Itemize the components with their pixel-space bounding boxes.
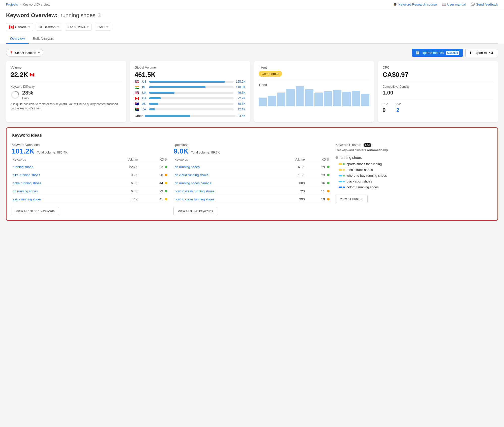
tab-bulk-analysis[interactable]: Bulk Analysis: [29, 34, 57, 44]
info-icon[interactable]: ⓘ: [98, 13, 101, 18]
col-volume: Volume: [103, 156, 139, 163]
keyword-link[interactable]: how to wash running shoes: [174, 189, 214, 193]
country-code[interactable]: US: [142, 80, 147, 83]
keyword-link[interactable]: asics running shoes: [13, 197, 42, 201]
trend-bars: [259, 89, 370, 106]
country-code[interactable]: ZA: [142, 108, 147, 111]
trend-bar: [259, 98, 267, 106]
global-row: 🇨🇦 CA 22.2K: [135, 96, 246, 100]
kd-dot-icon: [165, 190, 167, 192]
volume-bar: [149, 108, 233, 110]
variations-table: Keywords Volume KD % running shoes 22.2K…: [12, 156, 168, 203]
chevron-down-icon: ▼: [38, 51, 40, 54]
volume-label: Volume: [11, 66, 122, 69]
update-metrics-button[interactable]: 🔄 Update metrics 52/5,000: [412, 49, 463, 57]
table-row: running shoes 22.2K 23: [12, 163, 168, 171]
keyword-link[interactable]: how to clean running shoes: [174, 197, 214, 201]
chevron-down-icon: ▼: [86, 26, 89, 28]
course-link[interactable]: 🎓 Keyword Research course: [393, 3, 437, 6]
clusters-column: Keyword Clusters new Get keyword cluster…: [336, 143, 492, 215]
trend-bar: [296, 86, 304, 106]
tab-overview[interactable]: Overview: [6, 34, 29, 44]
export-pdf-button[interactable]: ⬆ Export to PDF: [465, 49, 498, 57]
table-row: how to clean running shoes 390 59: [173, 195, 330, 203]
questions-column: Questions 9.0K Total volume: 89.7K Keywo…: [173, 143, 330, 215]
other-count: 84.6K: [238, 114, 245, 118]
keyword-link[interactable]: hoka running shoes: [13, 181, 41, 185]
table-row: on running shoes 6.6K 29: [173, 163, 330, 171]
keyword-link[interactable]: on cloud running shoes: [174, 173, 208, 177]
keyword-link[interactable]: on running shoes: [13, 189, 38, 193]
trend-bar: [352, 91, 360, 106]
top-links: 🎓 Keyword Research course 📖 User manual …: [393, 3, 498, 6]
ads-label: Ads: [396, 102, 402, 106]
questions-count: 9.0K: [173, 147, 188, 155]
cluster-items: sports shoes for running men's track sho…: [336, 162, 492, 189]
country-code[interactable]: CA: [142, 97, 147, 100]
country-code[interactable]: AU: [142, 102, 147, 106]
kd-dot-icon: [327, 182, 330, 184]
list-item: men's track shoes: [339, 168, 492, 172]
kd-dot-icon: [327, 174, 330, 176]
keyword-ideas-section: Keyword ideas Keyword Variations 101.2K …: [6, 127, 498, 221]
country-flag-icon: 🇺🇸: [135, 80, 140, 84]
device-filter[interactable]: 🖥 Desktop ▼: [36, 24, 62, 30]
trend-bar: [361, 94, 369, 106]
breadcrumb-projects[interactable]: Projects: [6, 3, 18, 6]
keyword-link[interactable]: nike running shoes: [13, 173, 40, 177]
kd-cell: 29: [306, 163, 331, 171]
volume-bar-fill: [149, 108, 155, 110]
keyword-link[interactable]: on running shoes canada: [174, 181, 211, 185]
country-code[interactable]: UK: [142, 91, 147, 95]
view-all-questions-button[interactable]: View all 9,020 keywords: [173, 207, 217, 215]
list-item: colorful running shoes: [339, 185, 492, 189]
country-code[interactable]: IN: [142, 85, 147, 89]
variations-column: Keyword Variations 101.2K Total volume: …: [12, 143, 168, 215]
kd-label: Keyword Difficulty: [11, 85, 122, 88]
volume-count: 12.1K: [235, 108, 246, 111]
cluster-item-label: men's track shoes: [347, 168, 373, 172]
cluster-bar-2: [343, 163, 345, 165]
kd-dot-icon: [327, 198, 330, 200]
table-row: how to wash running shoes 720 51: [173, 187, 330, 195]
kd-dot-icon: [165, 182, 167, 184]
date-filter[interactable]: Feb 9, 2024 ▼: [65, 24, 92, 30]
list-item: black sport shoes: [339, 179, 492, 183]
trend-bar: [342, 92, 351, 106]
global-row: 🇺🇸 US 165.0K: [135, 80, 246, 84]
view-all-clusters-button[interactable]: View all clusters: [336, 195, 368, 203]
cluster-bar-1: [339, 181, 342, 182]
feedback-link[interactable]: 💬 Send feedback: [471, 3, 498, 6]
kd-dot-icon: [327, 190, 330, 192]
view-all-variations-button[interactable]: View all 101,211 keywords: [12, 207, 59, 215]
col-keywords: Keywords: [12, 156, 103, 163]
volume-bar: [149, 103, 233, 105]
volume-count: 165.0K: [235, 80, 246, 83]
cluster-item-label: sports shoes for running: [347, 162, 382, 166]
variations-total: Total volume: 886.4K: [37, 150, 67, 154]
country-flag-icon: 🇦🇺: [135, 102, 140, 106]
cluster-bar-1: [339, 187, 342, 188]
manual-icon: 📖: [442, 3, 446, 6]
trend-bar: [324, 91, 332, 106]
volume-count: 49.5K: [235, 91, 246, 95]
keyword-link[interactable]: running shoes: [13, 165, 33, 169]
canada-flag-icon: 🇨🇦: [29, 72, 35, 77]
currency-filter[interactable]: CAD ▼: [95, 24, 111, 30]
comp-density-value: 1.00: [382, 89, 493, 96]
global-row: 🇿🇦 ZA 12.1K: [135, 107, 246, 111]
location-select-button[interactable]: 📍 Select location ▼: [6, 49, 43, 57]
export-icon: ⬆: [469, 51, 472, 55]
volume-bar-fill: [149, 81, 225, 83]
kd-description: It is quite possible to rank for this ke…: [11, 102, 122, 111]
manual-link[interactable]: 📖 User manual: [442, 3, 466, 6]
keyword-link[interactable]: on running shoes: [174, 165, 200, 169]
desktop-icon: 🖥: [39, 25, 42, 29]
volume-cell: 6.6K: [276, 163, 306, 171]
cluster-color-icon: [339, 169, 345, 171]
cluster-item-label: where to buy running shoes: [347, 174, 387, 177]
cluster-bar-1: [339, 169, 342, 171]
cluster-bar-2: [343, 187, 345, 188]
country-filter[interactable]: 🇨🇦 Canada ▼: [6, 23, 33, 31]
col-volume: Volume: [276, 156, 306, 163]
